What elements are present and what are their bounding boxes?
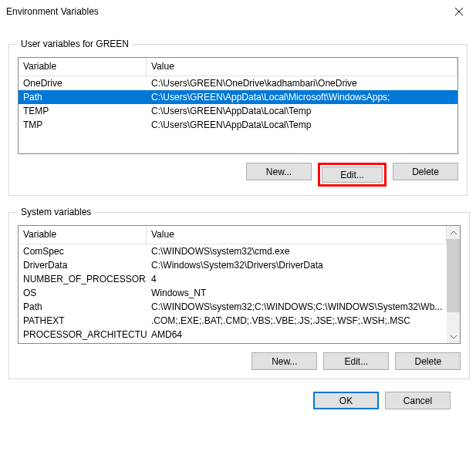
column-header-variable[interactable]: Variable bbox=[19, 226, 147, 244]
cancel-button[interactable]: Cancel bbox=[385, 392, 451, 409]
cell-variable: DriverData bbox=[19, 258, 147, 272]
cell-value: C:\Users\GREEN\AppData\Local\Microsoft\W… bbox=[147, 90, 457, 104]
system-edit-button[interactable]: Edit... bbox=[323, 352, 389, 370]
system-variables-list[interactable]: Variable Value ComSpecC:\WINDOWS\system3… bbox=[18, 225, 461, 344]
cell-value: C:\Users\GREEN\OneDrive\kadhambari\OneDr… bbox=[147, 76, 457, 90]
close-button[interactable] bbox=[441, 0, 476, 23]
cell-value: C:\WINDOWS\system32\cmd.exe bbox=[147, 244, 447, 258]
system-new-button[interactable]: New... bbox=[252, 352, 317, 370]
chevron-up-icon bbox=[451, 230, 457, 236]
user-variables-list[interactable]: Variable Value OneDriveC:\Users\GREEN\On… bbox=[18, 57, 458, 154]
close-icon bbox=[455, 8, 463, 15]
system-variables-legend: System variables bbox=[18, 207, 94, 217]
cell-variable: PATHEXT bbox=[19, 314, 147, 328]
table-row[interactable]: PROCESSOR_ARCHITECTUREAMD64 bbox=[19, 328, 447, 342]
scrollbar-thumb[interactable] bbox=[447, 239, 460, 312]
table-row[interactable]: ComSpecC:\WINDOWS\system32\cmd.exe bbox=[19, 244, 447, 258]
user-delete-button[interactable]: Delete bbox=[393, 163, 458, 180]
edit-highlight: Edit... bbox=[318, 163, 387, 187]
cell-variable: OS bbox=[19, 286, 147, 300]
table-row[interactable]: DriverDataC:\Windows\System32\Drivers\Dr… bbox=[19, 258, 447, 272]
cell-variable: OneDrive bbox=[19, 76, 147, 90]
system-variables-group: System variables Variable Value ComSpecC… bbox=[8, 207, 470, 379]
table-row[interactable]: NUMBER_OF_PROCESSORS4 bbox=[19, 272, 447, 286]
cell-variable: TMP bbox=[19, 118, 147, 132]
cell-value: 4 bbox=[147, 272, 447, 286]
cell-value: C:\Users\GREEN\AppData\Local\Temp bbox=[147, 104, 457, 118]
scroll-up-button[interactable] bbox=[447, 226, 460, 239]
titlebar: Environment Variables bbox=[0, 0, 476, 23]
column-header-value[interactable]: Value bbox=[147, 58, 457, 76]
scrollbar[interactable] bbox=[447, 226, 460, 343]
table-row[interactable]: OneDriveC:\Users\GREEN\OneDrive\kadhamba… bbox=[19, 76, 457, 90]
table-row[interactable]: PathC:\WINDOWS\system32;C:\WINDOWS;C:\WI… bbox=[19, 300, 447, 314]
table-row[interactable]: PathC:\Users\GREEN\AppData\Local\Microso… bbox=[19, 90, 457, 104]
cell-value: AMD64 bbox=[147, 328, 447, 342]
cell-value: C:\WINDOWS\system32;C:\WINDOWS;C:\WINDOW… bbox=[147, 300, 447, 314]
user-variables-legend: User variables for GREEN bbox=[18, 39, 132, 49]
list-header: Variable Value bbox=[19, 58, 457, 76]
cell-value: .COM;.EXE;.BAT;.CMD;.VBS;.VBE;.JS;.JSE;.… bbox=[147, 314, 447, 328]
cell-value: C:\Users\GREEN\AppData\Local\Temp bbox=[147, 118, 457, 132]
user-new-button[interactable]: New... bbox=[246, 163, 312, 180]
ok-button[interactable]: OK bbox=[313, 392, 379, 409]
cell-variable: ComSpec bbox=[19, 244, 147, 258]
cell-value: Windows_NT bbox=[147, 286, 447, 300]
cell-value: C:\Windows\System32\Drivers\DriverData bbox=[147, 258, 447, 272]
cell-variable: Path bbox=[19, 300, 147, 314]
cell-variable: TEMP bbox=[19, 104, 147, 118]
column-header-value[interactable]: Value bbox=[147, 226, 447, 244]
table-row[interactable]: TEMPC:\Users\GREEN\AppData\Local\Temp bbox=[19, 104, 457, 118]
user-variables-group: User variables for GREEN Variable Value … bbox=[8, 39, 468, 196]
scrollbar-track[interactable] bbox=[447, 239, 460, 330]
cell-variable: Path bbox=[19, 90, 147, 104]
table-row[interactable]: PATHEXT.COM;.EXE;.BAT;.CMD;.VBS;.VBE;.JS… bbox=[19, 314, 447, 328]
list-header: Variable Value bbox=[19, 226, 447, 244]
chevron-down-icon bbox=[451, 334, 457, 340]
cell-variable: PROCESSOR_ARCHITECTURE bbox=[19, 328, 147, 342]
column-header-variable[interactable]: Variable bbox=[19, 58, 147, 76]
window-title: Environment Variables bbox=[6, 6, 99, 17]
table-row[interactable]: OSWindows_NT bbox=[19, 286, 447, 300]
user-edit-button[interactable]: Edit... bbox=[322, 167, 383, 183]
scroll-down-button[interactable] bbox=[447, 330, 460, 343]
table-row[interactable]: TMPC:\Users\GREEN\AppData\Local\Temp bbox=[19, 118, 457, 132]
system-delete-button[interactable]: Delete bbox=[395, 352, 461, 370]
cell-variable: NUMBER_OF_PROCESSORS bbox=[19, 272, 147, 286]
